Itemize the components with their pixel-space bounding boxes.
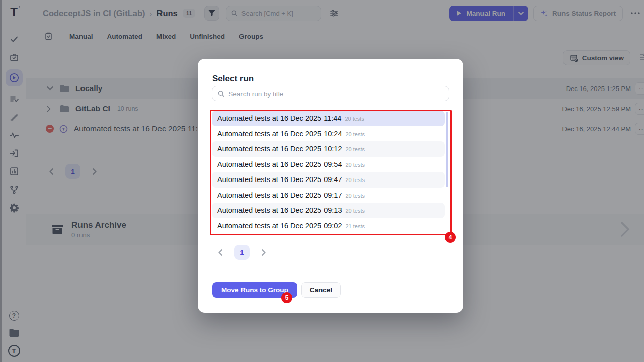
tests-count: 20 tests	[345, 131, 365, 137]
run-search[interactable]	[212, 86, 449, 101]
annotation-badge-5: 5	[281, 292, 292, 303]
run-option[interactable]: Automated tests at 16 Dec 2025 09:4720 t…	[212, 172, 445, 188]
tests-count: 20 tests	[345, 193, 365, 199]
page-number[interactable]: 1	[234, 245, 250, 260]
run-list: Automated tests at 16 Dec 2025 11:4420 t…	[212, 111, 445, 233]
tests-count: 20 tests	[345, 162, 365, 168]
modal-title: Select run	[212, 74, 254, 84]
tests-count: 20 tests	[345, 177, 365, 183]
select-run-modal: Select run Automated tests at 16 Dec 202…	[198, 59, 463, 313]
list-scrollbar[interactable]	[446, 112, 448, 187]
tests-count: 20 tests	[345, 208, 365, 214]
search-icon	[218, 90, 224, 97]
modal-pagination: 1	[217, 245, 267, 260]
prev-page-icon[interactable]	[217, 249, 224, 256]
run-search-input[interactable]	[228, 90, 443, 98]
run-option[interactable]: Automated tests at 16 Dec 2025 09:5420 t…	[212, 157, 445, 172]
run-option[interactable]: Automated tests at 16 Dec 2025 09:1320 t…	[212, 203, 445, 218]
run-option[interactable]: Automated tests at 16 Dec 2025 10:1220 t…	[212, 141, 445, 157]
annotation-badge-4: 4	[445, 232, 456, 243]
run-option[interactable]: Automated tests at 16 Dec 2025 09:0221 t…	[212, 218, 445, 234]
tests-count: 20 tests	[345, 116, 364, 122]
next-page-icon[interactable]	[260, 249, 267, 256]
tests-count: 20 tests	[345, 146, 365, 152]
run-option[interactable]: Automated tests at 16 Dec 2025 10:2420 t…	[212, 126, 445, 142]
run-option[interactable]: Automated tests at 16 Dec 2025 09:1720 t…	[212, 188, 445, 203]
run-option[interactable]: Automated tests at 16 Dec 2025 11:4420 t…	[212, 111, 445, 126]
tests-count: 21 tests	[345, 223, 365, 229]
cancel-button[interactable]: Cancel	[301, 282, 341, 298]
